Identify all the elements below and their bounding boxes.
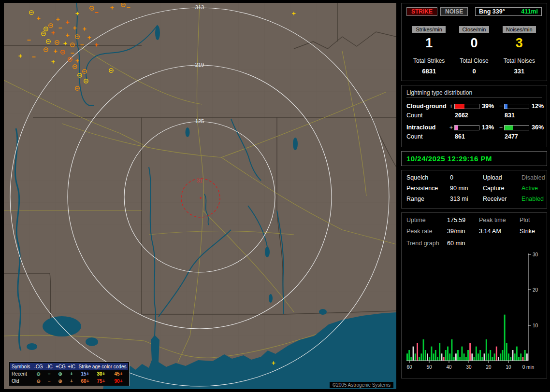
close-per-min-value: 0 xyxy=(451,37,496,50)
strike-button[interactable]: STRIKE xyxy=(406,7,437,16)
upload-status: Disabled xyxy=(521,174,545,181)
legend-col-ic-pos: +IC xyxy=(66,363,77,370)
distribution-title: Lightning type distribution xyxy=(406,89,542,98)
plot-label: Plot xyxy=(520,217,542,224)
ic-neg-old-icon: − xyxy=(44,378,54,385)
legend-col-ic-neg: -IC xyxy=(44,363,54,370)
receiver-status: Enabled xyxy=(521,196,545,202)
cg-negative-count: 831 xyxy=(498,112,542,119)
ring-label-inner: 125 xyxy=(195,118,204,124)
trend-graph-chart: 30 20 10 60 50 40 30 20 10 0 min xyxy=(406,252,543,372)
peak-rate-label: Peak rate xyxy=(406,228,447,235)
total-strikes-label: Total Strikes xyxy=(406,57,451,64)
legend-age-header: Strike age color codes xyxy=(77,363,128,370)
ic-negative-count: 2477 xyxy=(498,133,542,140)
age-code-30: 30+ xyxy=(93,370,109,378)
ring-label-outer: 313 xyxy=(195,4,204,10)
ic-neg-recent-icon: − xyxy=(44,370,54,378)
x-tick-0: 0 min xyxy=(522,364,534,370)
strike-legend: Symbols -CG -IC +CG +IC Strike age color… xyxy=(9,362,130,386)
persistence-value: 90 min xyxy=(450,185,483,192)
cg-pos-old-icon: ⊕ xyxy=(54,378,66,385)
squelch-value: 0 xyxy=(450,174,483,181)
peak-rate-value: 39/min xyxy=(447,228,479,235)
noise-button[interactable]: NOISE xyxy=(440,7,468,16)
plot-value: Strike xyxy=(520,228,542,235)
noises-per-min-column: Noises/min 3 Total Noises 331 xyxy=(497,25,542,75)
trend-graph-label: Trend graph xyxy=(406,240,447,247)
app-window: 313 219 125 31 Symbols -CG -IC +CG +IC S… xyxy=(0,0,550,392)
x-tick-10: 10 xyxy=(506,364,511,370)
minus-sign: − xyxy=(498,103,504,110)
uptime-label: Uptime xyxy=(406,217,447,224)
sidebar: STRIKE NOISE Bng 339° 411mi Strikes/min … xyxy=(401,3,547,389)
y-tick-10: 10 xyxy=(533,323,538,328)
y-tick-30: 30 xyxy=(533,252,538,257)
peak-time-label: Peak time xyxy=(479,217,520,224)
cg-pos-recent-icon: ⊕ xyxy=(54,370,66,378)
cg-positive-pct: 39% xyxy=(479,103,498,110)
y-tick-20: 20 xyxy=(533,287,538,293)
bearing-value: Bng 339° xyxy=(479,8,505,15)
peak-time-value: 3:14 AM xyxy=(479,228,520,235)
intracloud-count-row: Count 861 2477 xyxy=(406,133,542,140)
plus-sign: + xyxy=(448,124,454,131)
intracloud-row: Intracloud + 13% − 36% xyxy=(406,124,542,131)
x-tick-30: 30 xyxy=(466,364,472,370)
legend-col-cg-neg: -CG xyxy=(32,363,44,370)
upload-label: Upload xyxy=(483,174,521,181)
total-close-value: 0 xyxy=(451,68,496,75)
stats-panel: Uptime 175:59 Peak time Plot Peak rate 3… xyxy=(401,212,547,378)
total-strikes-value: 6831 xyxy=(406,68,451,75)
age-code-90: 90+ xyxy=(109,378,128,385)
legend-col-cg-pos: +CG xyxy=(54,363,66,370)
age-code-45: 45+ xyxy=(109,370,128,378)
cg-neg-old-icon: ⊖ xyxy=(32,378,44,385)
map-panel: 313 219 125 31 Symbols -CG -IC +CG +IC S… xyxy=(4,3,396,389)
uptime-value: 175:59 xyxy=(447,217,479,224)
current-datetime: 10/24/2025 12:29:16 PM xyxy=(406,154,542,163)
noises-per-min-header: Noises/min xyxy=(503,26,536,33)
axis-tick-labels: 30 20 10 60 50 40 30 20 10 0 min xyxy=(406,252,538,370)
distribution-panel: Lightning type distribution Cloud-ground… xyxy=(401,85,547,147)
strikes-per-min-value: 1 xyxy=(406,37,451,50)
close-per-min-column: Close/min 0 Total Close 0 xyxy=(451,25,496,75)
strikes-per-min-column: Strikes/min 1 Total Strikes 6831 xyxy=(406,25,451,75)
close-per-min-header: Close/min xyxy=(459,26,490,33)
count-label: Count xyxy=(406,112,448,119)
strikes-per-min-header: Strikes/min xyxy=(412,26,445,33)
lightning-map: 313 219 125 31 xyxy=(4,3,396,389)
cg-positive-count: 2662 xyxy=(448,112,498,119)
bearing-display: Bng 339° 411mi xyxy=(475,7,542,16)
age-code-60: 60+ xyxy=(77,378,93,385)
bearing-range-value: 411mi xyxy=(521,8,538,15)
minus-sign: − xyxy=(498,124,504,131)
ic-positive-count: 861 xyxy=(448,133,498,140)
range-value: 313 mi xyxy=(450,196,483,202)
trend-graph-value: 60 min xyxy=(447,240,542,247)
ic-pos-recent-icon: + xyxy=(66,370,77,378)
total-noises-value: 331 xyxy=(497,68,542,75)
ic-negative-bar xyxy=(504,125,529,130)
ic-negative-pct: 36% xyxy=(529,124,544,131)
ring-label-middle: 219 xyxy=(195,62,204,68)
age-code-15: 15+ xyxy=(77,370,93,378)
trend-bars xyxy=(406,315,528,361)
x-tick-40: 40 xyxy=(446,364,452,370)
plus-sign: + xyxy=(448,103,454,110)
rates-panel: STRIKE NOISE Bng 339° 411mi Strikes/min … xyxy=(401,3,547,81)
persistence-label: Persistence xyxy=(406,185,450,192)
capture-status: Active xyxy=(521,185,545,192)
cloud-ground-count-row: Count 2662 831 xyxy=(406,112,542,119)
intracloud-label: Intracloud xyxy=(406,124,448,131)
total-noises-label: Total Noises xyxy=(497,57,542,64)
cloud-ground-label: Cloud-ground xyxy=(406,103,448,110)
cg-positive-bar xyxy=(454,104,479,109)
ring-label-close: 31 xyxy=(197,178,203,183)
datetime-panel: 10/24/2025 12:29:16 PM xyxy=(401,151,547,166)
cg-negative-pct: 12% xyxy=(529,103,544,110)
cloud-ground-row: Cloud-ground + 39% − 12% xyxy=(406,103,542,110)
ic-positive-bar xyxy=(454,125,479,130)
legend-old-label: Old xyxy=(10,378,32,385)
x-tick-60: 60 xyxy=(406,364,412,370)
